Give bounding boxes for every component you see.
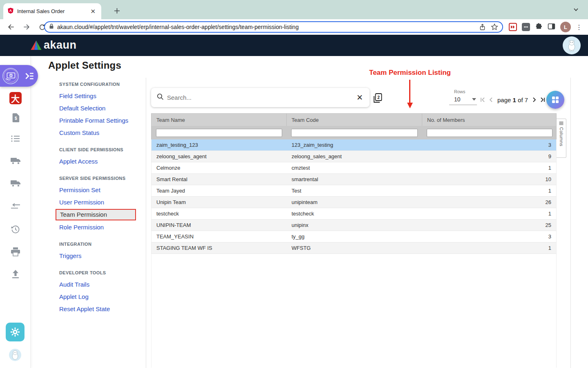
sim-dollar-icon: $ (11, 112, 20, 123)
rail-app-billing[interactable]: $ (0, 112, 31, 123)
menu-section-header: SERVER SIDE PERMISSIONS (59, 176, 143, 181)
list-icon (11, 135, 20, 143)
next-page-button[interactable] (530, 96, 539, 104)
extensions-row: L ⋮ (509, 19, 588, 35)
tab-title: Internal Sales Order (17, 8, 89, 14)
rail-app-print[interactable] (0, 247, 31, 256)
menu-item-user-permission[interactable]: User Permission (59, 197, 143, 208)
rail-app-upload[interactable] (0, 269, 31, 279)
table-row[interactable]: UNIPIN-TEAM unipinx 25 (151, 220, 557, 231)
cell-team-name: STAGING TEAM WF IS (151, 242, 287, 254)
bookmark-star-icon[interactable] (491, 23, 498, 31)
menu-item-default-selection[interactable]: Default Selection (59, 103, 143, 114)
table-row[interactable]: Smart Rental smartrental 10 (151, 174, 557, 185)
rail-app-history[interactable] (0, 224, 31, 234)
share-button[interactable] (479, 23, 486, 31)
right-edge-divider (570, 78, 571, 368)
drag-handle-icon (559, 121, 564, 125)
cell-members: 1 (422, 208, 557, 219)
cell-members: 26 (422, 197, 557, 208)
menu-item-custom-status[interactable]: Custom Status (59, 127, 143, 138)
column-header-members[interactable]: No. of Members (422, 114, 557, 126)
columns-panel-tab[interactable]: Columns (557, 119, 566, 158)
columns-tab-label: Columns (559, 127, 564, 146)
puzzle-extensions-icon[interactable] (535, 22, 543, 32)
menu-item-applet-log[interactable]: Applet Log (59, 291, 143, 302)
cell-team-code: ty_gg (287, 231, 422, 242)
search-input[interactable] (167, 94, 356, 101)
cell-members: 3 (422, 139, 557, 150)
tab-search-chevron-icon[interactable] (573, 7, 579, 14)
menu-item-field-settings[interactable]: Field Settings (59, 90, 143, 101)
browser-profile-avatar[interactable]: L (560, 22, 571, 32)
menu-item-triggers[interactable]: Triggers (59, 250, 143, 261)
history-clock-icon (11, 224, 20, 234)
first-page-button[interactable] (479, 96, 487, 104)
rows-per-page-select[interactable]: Rows 10 (449, 89, 477, 105)
settings-gear-icon (10, 327, 20, 337)
browser-tab[interactable]: A Internal Sales Order ✕ (3, 3, 101, 19)
rows-label: Rows (454, 89, 477, 94)
url-bar[interactable]: akaun.cloud/#/applet/tnt/wavelet/erp/int… (44, 21, 503, 33)
app-root: A Internal Sales Order ✕ akaun.cloud/#/a… (0, 0, 588, 368)
user-avatar[interactable] (563, 36, 581, 54)
browser-menu-icon[interactable]: ⋮ (576, 23, 582, 31)
redirect-extension-icon[interactable] (509, 23, 517, 31)
table-row[interactable]: Celmonze cmztest 1 (151, 162, 557, 174)
cell-team-name: TEAM_YEASIN (151, 231, 287, 242)
cell-members: 9 (422, 151, 557, 162)
menu-item-audit-trails[interactable]: Audit Trails (59, 279, 143, 290)
column-header-team-name[interactable]: Team Name (151, 114, 287, 126)
layout-grid-button[interactable] (546, 91, 564, 109)
rows-per-page-value: 10 (454, 96, 461, 103)
last-page-button[interactable] (539, 96, 547, 104)
truck2-icon (10, 179, 21, 188)
menu-item-role-permission[interactable]: Role Permission (59, 222, 143, 233)
table-row[interactable]: zaim_testing_123 123_zaim_testing 3 (151, 139, 557, 151)
penguin-avatar-icon (565, 38, 579, 52)
new-tab-button[interactable] (111, 5, 122, 16)
menu-item-reset-applet-state[interactable]: Reset Applet State (59, 303, 143, 314)
back-button[interactable] (5, 21, 17, 33)
rail-app-da-hua[interactable]: 大 (0, 92, 31, 104)
menu-item-team-permission[interactable]: Team Permission (56, 209, 136, 220)
search-clear-icon[interactable]: ✕ (356, 93, 364, 102)
filter-members-input[interactable] (427, 129, 552, 137)
truck-icon (10, 156, 21, 165)
duplicate-listing-button[interactable]: 2 (372, 92, 383, 104)
browser-toolbar: akaun.cloud/#/applet/tnt/wavelet/erp/int… (0, 19, 588, 35)
rail-settings-button[interactable] (6, 323, 24, 341)
rail-app-returns[interactable] (0, 203, 31, 210)
rail-app-logistics[interactable] (0, 179, 31, 188)
tab-close-icon[interactable]: ✕ (89, 8, 97, 15)
column-header-team-code[interactable]: Team Code (287, 114, 422, 126)
current-applet-pill[interactable]: $ (0, 65, 38, 87)
filter-team-name-input[interactable] (156, 129, 282, 137)
side-panel-icon[interactable] (548, 23, 555, 31)
return-arrow-icon (10, 203, 21, 210)
cell-team-code: smartrental (287, 174, 422, 185)
table-empty-area (151, 254, 557, 368)
table-row[interactable]: TEAM_YEASIN ty_gg 3 (151, 231, 557, 242)
table-row[interactable]: testcheck testcheck 1 (151, 208, 557, 220)
rail-app-listing[interactable] (0, 135, 31, 143)
svg-text:$: $ (10, 74, 12, 77)
forward-button[interactable] (20, 21, 33, 33)
svg-text:2: 2 (377, 95, 380, 100)
table-row[interactable]: zeloong_sales_agent zeloong_sales_agent … (151, 151, 557, 162)
prev-page-button[interactable] (487, 96, 495, 104)
menu-item-applet-access[interactable]: Applet Access (59, 156, 143, 167)
dots-extension-icon[interactable] (522, 23, 530, 31)
table-row[interactable]: STAGING TEAM WF IS WFSTG 1 (151, 242, 557, 254)
filter-team-code-input[interactable] (291, 129, 418, 137)
akaun-logo-text: akaun (44, 39, 77, 52)
table-filter-row (151, 126, 557, 139)
current-page-number: 1 (513, 96, 516, 103)
menu-section-header: SYSTEM CONFIGURATION (59, 82, 143, 87)
menu-item-permission-set[interactable]: Permission Set (59, 184, 143, 195)
menu-item-printable-format-settings[interactable]: Printable Format Settings (59, 115, 143, 126)
table-row[interactable]: Unipin Team unipinteam 26 (151, 197, 557, 208)
rail-app-delivery[interactable] (0, 156, 31, 165)
table-row[interactable]: Team Jayed Test 1 (151, 185, 557, 197)
rail-penguin-avatar[interactable] (9, 349, 21, 361)
